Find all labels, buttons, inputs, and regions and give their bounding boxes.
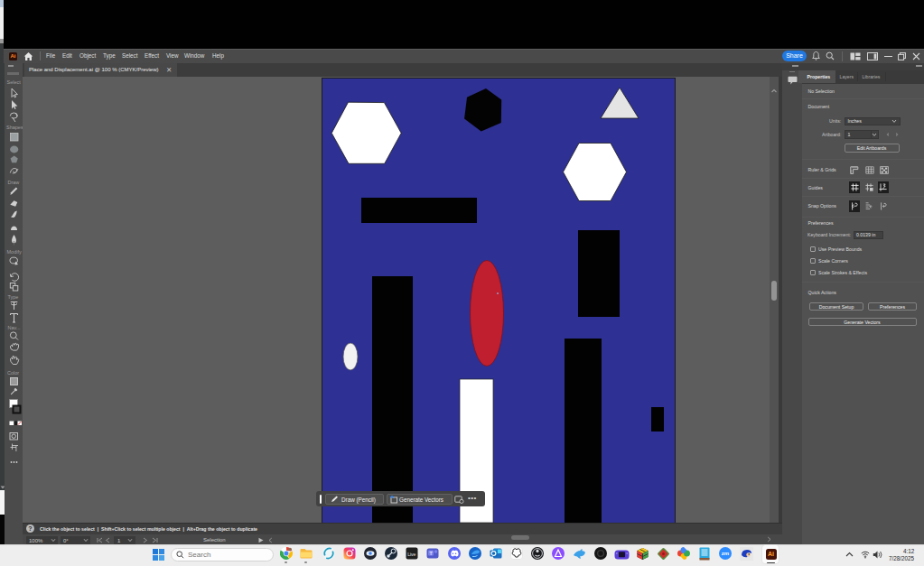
svg-text:Draw: Draw bbox=[8, 180, 20, 185]
svg-text:Color: Color bbox=[7, 370, 19, 376]
svg-text:Select: Select bbox=[7, 79, 22, 85]
svg-text:Nav...: Nav... bbox=[8, 325, 21, 330]
svg-text:Live: Live bbox=[407, 552, 415, 557]
svg-text:Modify: Modify bbox=[7, 249, 22, 255]
svg-text:Type: Type bbox=[8, 294, 19, 300]
svg-text:T: T bbox=[429, 551, 433, 556]
svg-text:Shapes: Shapes bbox=[6, 125, 23, 130]
svg-text:zm: zm bbox=[722, 551, 729, 556]
